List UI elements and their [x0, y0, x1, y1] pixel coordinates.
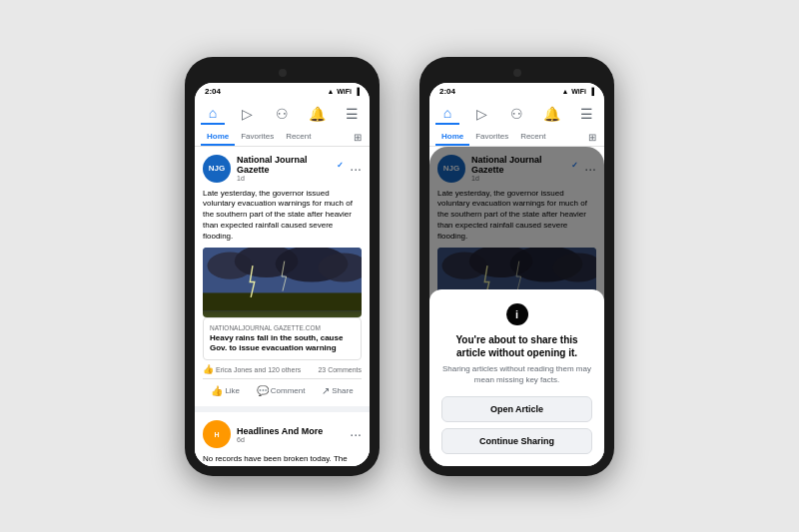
comment-btn-left[interactable]: 💬 Comment [253, 383, 310, 398]
fb-nav-right: ⌂ ▷ ⚇ 🔔 ☰ Home Favorites Recent ⊞ [429, 98, 604, 147]
fb-nav-icons-left: ⌂ ▷ ⚇ 🔔 ☰ [201, 98, 364, 127]
continue-sharing-button[interactable]: Continue Sharing [441, 428, 592, 454]
post-reactions-left: 👍 Erica Jones and 120 others 23 Comments [203, 360, 362, 379]
bell-nav-icon-right[interactable]: 🔔 [539, 103, 563, 125]
open-article-button[interactable]: Open Article [441, 396, 592, 422]
fb-nav-icons-right: ⌂ ▷ ⚇ 🔔 ☰ [435, 98, 598, 127]
post-text-2-left: No records have been broken today. The w… [203, 454, 362, 465]
avatar-njg-left: NJG [203, 155, 231, 183]
post-card-2-left: H Headlines And More 6d ··· No records h… [195, 412, 370, 465]
feed-right: NJG National Journal Gazette ✓ 1d ··· La… [429, 147, 604, 466]
signal-icon: ▲ [327, 88, 334, 95]
post-card-1-left: NJG National Journal Gazette ✓ 1d ··· La… [195, 147, 370, 407]
post-header-2-left: H Headlines And More 6d ··· [203, 420, 362, 448]
people-nav-icon[interactable]: ⚇ [271, 103, 295, 125]
screen-left: 2:04 ▲ WiFi ▐ ⌂ ▷ ⚇ 🔔 ☰ Home Favorites R… [195, 83, 370, 466]
time-right: 2:04 [439, 87, 455, 96]
post-text-1-left: Late yesterday, the governor issued volu… [203, 189, 362, 243]
screen-right: 2:04 ▲ WiFi ▐ ⌂ ▷ ⚇ 🔔 ☰ Home Favorites R… [429, 83, 604, 466]
status-bar-right: 2:04 ▲ WiFi ▐ [429, 83, 604, 98]
tab-home-left[interactable]: Home [201, 129, 235, 146]
dialog-title: You're about to share this article witho… [441, 333, 592, 359]
home-nav-icon[interactable]: ⌂ [201, 103, 225, 125]
menu-nav-icon-right[interactable]: ☰ [574, 103, 598, 125]
phone-right: 2:04 ▲ WiFi ▐ ⌂ ▷ ⚇ 🔔 ☰ Home Favorites R… [419, 57, 614, 476]
link-title-left: Heavy rains fall in the south, cause Gov… [210, 333, 355, 353]
dialog-info-icon: i [506, 303, 528, 325]
people-nav-icon-right[interactable]: ⚇ [505, 103, 529, 125]
tab-favorites-left[interactable]: Favorites [235, 129, 280, 146]
tab-recent-right[interactable]: Recent [514, 129, 551, 146]
link-preview-left[interactable]: NATIONALJOURNAL GAZETTE.COM Heavy rains … [203, 317, 362, 360]
like-icon: 👍 [211, 385, 223, 396]
time-left: 2:04 [205, 87, 221, 96]
camera-right [513, 69, 521, 77]
post-author-2-left: Headlines And More [237, 426, 344, 436]
post-meta-1-left: National Journal Gazette ✓ 1d [237, 155, 344, 182]
phone-notch-right [429, 67, 604, 81]
fb-tabs-right: Home Favorites Recent ⊞ [435, 127, 598, 146]
tab-home-right[interactable]: Home [435, 129, 469, 146]
dialog-subtitle: Sharing articles without reading them ma… [441, 364, 592, 386]
filter-icon-right[interactable]: ⊞ [586, 129, 598, 146]
phone-notch-left [195, 67, 370, 81]
fb-tabs-left: Home Favorites Recent ⊞ [201, 127, 364, 146]
link-source-left: NATIONALJOURNAL GAZETTE.COM [210, 324, 355, 331]
post-meta-2-left: Headlines And More 6d [237, 426, 344, 443]
video-nav-icon-right[interactable]: ▷ [470, 103, 494, 125]
phone-left: 2:04 ▲ WiFi ▐ ⌂ ▷ ⚇ 🔔 ☰ Home Favorites R… [185, 57, 380, 476]
avatar-ham-left: H [203, 420, 231, 448]
fb-nav-left: ⌂ ▷ ⚇ 🔔 ☰ Home Favorites Recent ⊞ [195, 98, 370, 147]
status-icons-left: ▲ WiFi ▐ [327, 88, 360, 95]
post-more-1-left[interactable]: ··· [350, 161, 362, 177]
svg-rect-5 [203, 293, 362, 311]
post-time-1-left: 1d [237, 175, 344, 182]
share-dialog-overlay: i You're about to share this article wit… [429, 147, 604, 466]
battery-icon-right: ▐ [589, 88, 594, 95]
comment-icon: 💬 [257, 385, 269, 396]
menu-nav-icon[interactable]: ☰ [340, 103, 364, 125]
verified-badge-left: ✓ [337, 161, 344, 170]
wifi-icon-right: WiFi [571, 88, 586, 95]
tab-favorites-right[interactable]: Favorites [469, 129, 514, 146]
share-btn-left[interactable]: ↗ Share [318, 383, 357, 398]
signal-icon-right: ▲ [561, 88, 568, 95]
filter-icon-left[interactable]: ⊞ [352, 129, 364, 146]
post-image-left [203, 248, 362, 317]
post-header-1-left: NJG National Journal Gazette ✓ 1d ··· [203, 155, 362, 183]
reaction-counts-left: 👍 Erica Jones and 120 others [203, 364, 301, 374]
post-author-1-left: National Journal Gazette ✓ [237, 155, 344, 175]
share-dialog-box: i You're about to share this article wit… [429, 289, 604, 466]
tab-recent-left[interactable]: Recent [280, 129, 317, 146]
feed-left: NJG National Journal Gazette ✓ 1d ··· La… [195, 147, 370, 466]
share-icon: ↗ [322, 385, 330, 396]
wifi-icon: WiFi [337, 88, 352, 95]
like-btn-left[interactable]: 👍 Like [207, 383, 244, 398]
bell-nav-icon[interactable]: 🔔 [305, 103, 329, 125]
post-more-2-left[interactable]: ··· [350, 426, 362, 442]
post-actions-left: 👍 Like 💬 Comment ↗ Share [203, 383, 362, 398]
home-nav-icon-right[interactable]: ⌂ [435, 103, 459, 125]
video-nav-icon[interactable]: ▷ [236, 103, 260, 125]
post-time-2-left: 6d [237, 436, 344, 443]
like-emoji: 👍 [203, 364, 214, 374]
status-bar-left: 2:04 ▲ WiFi ▐ [195, 83, 370, 98]
camera-left [279, 69, 287, 77]
battery-icon: ▐ [355, 88, 360, 95]
comment-count-left: 23 Comments [318, 366, 362, 373]
status-icons-right: ▲ WiFi ▐ [561, 88, 594, 95]
